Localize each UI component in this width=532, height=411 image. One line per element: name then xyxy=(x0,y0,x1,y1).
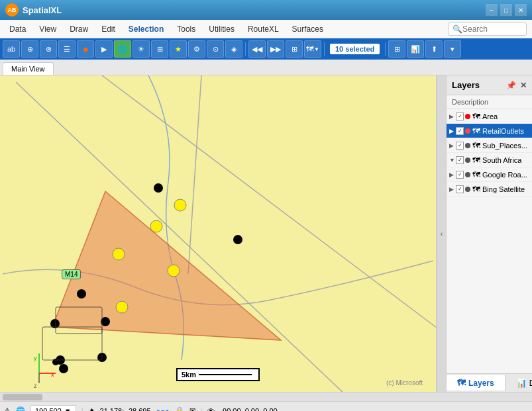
layer-dot-sa xyxy=(465,158,470,163)
tb-btn-table[interactable]: ⊞ xyxy=(388,40,405,58)
layer-dot-area xyxy=(465,114,470,119)
tb-btn-drop[interactable]: 🗺▼ xyxy=(304,40,321,58)
main-view-tab[interactable]: Main View xyxy=(3,62,54,75)
status-zoom[interactable]: 190,502 ▼ xyxy=(30,405,76,412)
svg-point-12 xyxy=(113,248,125,260)
layer-icon-retail: 🗺 xyxy=(472,126,480,136)
layer-expand-subplaces: ▶ xyxy=(449,142,456,149)
layers-panel: Layers 📌 ✕ Description ▶ ✓ 🗺 Area ▶ ✓ 🗺 … xyxy=(446,75,532,392)
pin-icon[interactable]: 📌 xyxy=(506,81,516,90)
tb-btn-more[interactable]: ▾ xyxy=(444,40,461,58)
layer-item-subplaces[interactable]: ▶ ✓ 🗺 Sub_Places... xyxy=(447,138,532,153)
layer-name-bing: Bing Satellite xyxy=(482,185,525,193)
search-box[interactable]: 🔍 xyxy=(448,23,527,36)
layer-name-subplaces: Sub_Places... xyxy=(482,142,527,150)
status-globe-icon: 🌐 xyxy=(16,406,25,411)
layer-dot-retail xyxy=(465,128,470,134)
search-icon: 🔍 xyxy=(452,24,462,34)
layers-description[interactable]: Description xyxy=(447,95,532,109)
tb-btn-13[interactable]: ◈ xyxy=(225,40,242,58)
menu-utilities[interactable]: Utilities xyxy=(202,22,241,36)
menu-edit[interactable]: Edit xyxy=(95,22,122,36)
status-sep-1: | xyxy=(81,407,83,412)
layer-check-subplaces[interactable]: ✓ xyxy=(456,142,464,150)
menu-data[interactable]: Data xyxy=(3,22,32,36)
tb-btn-export[interactable]: ⬆ xyxy=(425,40,443,58)
tb-btn-9[interactable]: ⊞ xyxy=(151,40,168,58)
tb-btn-forward[interactable]: ▶▶ xyxy=(267,40,284,58)
layer-icon-area: 🗺 xyxy=(472,112,480,121)
svg-point-9 xyxy=(59,364,68,373)
map-svg: y x z xyxy=(0,75,436,392)
status-coordinates: 21.178; -28.695 xyxy=(100,407,151,412)
close-button[interactable]: ✕ xyxy=(515,4,527,16)
tb-btn-2[interactable]: ⊕ xyxy=(21,40,38,58)
layer-check-sa[interactable]: ✓ xyxy=(456,156,464,164)
tb-btn-8[interactable]: ☀ xyxy=(133,40,150,58)
tb-btn-7[interactable]: 🌐 xyxy=(114,40,131,58)
layer-icon-google: 🗺 xyxy=(472,170,480,179)
menubar: Data View Draw Edit Selection Tools Util… xyxy=(0,20,532,38)
tab-layers[interactable]: 🗺 Layers xyxy=(447,375,505,390)
tb-btn-11[interactable]: ⚙ xyxy=(188,40,205,58)
layers-collapse-button[interactable]: ‹ xyxy=(437,75,446,392)
svg-point-14 xyxy=(168,265,180,277)
hscroll-thumb[interactable] xyxy=(3,394,42,400)
layer-icon-subplaces: 🗺 xyxy=(472,141,480,150)
menu-routexl[interactable]: RouteXL xyxy=(241,22,286,36)
menu-draw[interactable]: Draw xyxy=(63,22,95,36)
tb-btn-back[interactable]: ◀◀ xyxy=(248,40,266,58)
layer-item-googleroads[interactable]: ▶ ✓ 🗺 Google Roa... xyxy=(447,167,532,182)
layer-name-sa: South Africa xyxy=(482,156,521,164)
status-warn-icon: ⚠ xyxy=(4,406,11,411)
horizontal-scrollbar[interactable] xyxy=(0,392,532,401)
tb-sep-1 xyxy=(245,42,246,56)
tb-btn-3[interactable]: ⊗ xyxy=(40,40,57,58)
svg-point-15 xyxy=(174,199,186,211)
svg-text:y: y xyxy=(34,355,37,361)
tab-bar: Main View xyxy=(0,60,532,75)
tb-btn-chart[interactable]: 📊 xyxy=(407,40,424,58)
status-sep-2: | xyxy=(201,407,203,412)
layer-item-area[interactable]: ▶ ✓ 🗺 Area xyxy=(447,109,532,124)
tb-sep-3 xyxy=(385,42,386,56)
layer-expand-bing: ▶ xyxy=(449,186,456,193)
layer-item-southafrica[interactable]: ▼ ✓ 🗺 South Africa xyxy=(447,153,532,167)
tb-btn-10[interactable]: ★ xyxy=(170,40,187,58)
tb-btn-12[interactable]: ⊙ xyxy=(207,40,224,58)
dashboard-tab-label: Dashboa... xyxy=(529,379,532,388)
tab-dashboard[interactable]: 📊 Dashboa... xyxy=(505,375,532,390)
svg-point-11 xyxy=(150,220,162,232)
maximize-button[interactable]: □ xyxy=(500,4,512,16)
tb-btn-5[interactable]: ◆ xyxy=(77,40,94,58)
menu-surfaces[interactable]: Surfaces xyxy=(286,22,330,36)
layer-check-area[interactable]: ✓ xyxy=(456,113,464,120)
minimize-button[interactable]: − xyxy=(486,4,498,16)
tb-btn-1[interactable]: ab xyxy=(3,40,20,58)
tb-btn-grid[interactable]: ⊞ xyxy=(286,40,303,58)
layers-tab-icon: 🗺 xyxy=(457,378,466,388)
layers-header: Layers 📌 ✕ xyxy=(447,75,532,95)
status-camera-coords: -90.00, 0.00, 0.00 xyxy=(220,407,277,412)
layer-dot-subplaces xyxy=(465,143,470,148)
layer-dot-bing xyxy=(465,187,470,192)
menu-view[interactable]: View xyxy=(32,22,63,36)
selection-badge: 10 selected xyxy=(330,44,380,54)
dashboard-tab-icon: 📊 xyxy=(516,378,527,388)
layers-list: ▶ ✓ 🗺 Area ▶ ✓ 🗺 RetailOutlets ▶ ✓ 🗺 Sub xyxy=(447,109,532,373)
menu-selection[interactable]: Selection xyxy=(122,22,170,36)
layer-check-bing[interactable]: ✓ xyxy=(456,185,464,193)
layers-close-icon[interactable]: ✕ xyxy=(520,81,527,90)
menu-tools[interactable]: Tools xyxy=(170,22,202,36)
layer-check-google[interactable]: ✓ xyxy=(456,171,464,179)
layer-item-bing[interactable]: ▶ ✓ 🗺 Bing Satellite xyxy=(447,182,532,197)
svg-rect-16 xyxy=(42,327,102,360)
layer-check-retail[interactable]: ✓ xyxy=(456,127,464,135)
layer-expand-area: ▶ xyxy=(449,113,456,120)
layer-item-retailoutlets[interactable]: ▶ ✓ 🗺 RetailOutlets xyxy=(447,124,532,138)
tb-btn-4[interactable]: ☰ xyxy=(58,40,76,58)
layers-tab-label: Layers xyxy=(468,379,494,388)
map-area[interactable]: y x z M14 (c) Microsoft 5km xyxy=(0,75,437,392)
tb-btn-6[interactable]: ▶ xyxy=(95,40,113,58)
search-input[interactable] xyxy=(462,24,522,34)
